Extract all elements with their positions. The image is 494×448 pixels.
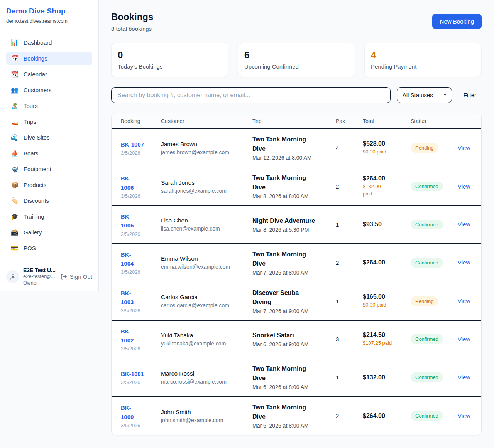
- table-row: BK- 1002 3/5/2026 Yuki Tanaka yuki.tanak…: [112, 320, 481, 358]
- trip-name: Discover Scuba Diving: [252, 288, 323, 307]
- sidebar-item-equipment[interactable]: 🤿Equipment: [6, 162, 92, 176]
- table-header-row: Booking Customer Trip Pax Total Status: [112, 113, 481, 129]
- status-select-wrap: All Statuses: [397, 87, 452, 103]
- trip-cell: Two Tank Morning Dive Mar 6, 2026 at 8:0…: [246, 397, 330, 435]
- sidebar-item-dashboard[interactable]: 📊Dashboard: [6, 36, 92, 49]
- view-link[interactable]: View: [458, 374, 470, 381]
- booking-id-link[interactable]: BK- 1005: [121, 212, 134, 230]
- page-title: Bookings: [111, 12, 153, 22]
- status-select[interactable]: All Statuses: [397, 87, 452, 103]
- sidebar-item-gallery[interactable]: 📸Gallery: [6, 226, 92, 239]
- view-link[interactable]: View: [458, 298, 470, 304]
- sidebar-item-trips[interactable]: 🚤Trips: [6, 115, 92, 128]
- total-amount: $214.50: [363, 332, 398, 339]
- view-link[interactable]: View: [458, 413, 470, 419]
- sidebar-item-boats[interactable]: ⛵Boats: [6, 147, 92, 160]
- table-row: BK-1007 3/5/2026 James Brown james.brown…: [112, 129, 481, 167]
- customer-email: sarah.jones@example.com: [161, 188, 240, 194]
- sidebar-item-label: Equipment: [24, 166, 51, 172]
- user-name: E2E Test U...: [23, 267, 56, 273]
- sidebar-item-discounts[interactable]: 🏷️Discounts: [6, 194, 92, 207]
- view-link[interactable]: View: [458, 183, 470, 190]
- column-header-action: [452, 113, 481, 129]
- total-amount: $165.00: [363, 293, 398, 300]
- filter-button[interactable]: Filter: [458, 89, 482, 101]
- booking-id-link[interactable]: BK- 1002: [121, 327, 134, 345]
- action-cell: View: [452, 243, 481, 282]
- credit-card-icon: 💳: [11, 244, 19, 252]
- trip-cell: Discover Scuba Diving Mar 7, 2026 at 9:0…: [246, 282, 330, 320]
- status-cell: Pending: [404, 129, 452, 167]
- booking-cell: BK- 1000 3/5/2026: [112, 397, 155, 435]
- customer-cell: Yuki Tanaka yuki.tanaka@example.com: [155, 320, 246, 358]
- table-row: BK- 1006 3/5/2026 Sarah Jones sarah.jone…: [112, 167, 481, 206]
- total-cell: $264.00: [357, 243, 404, 282]
- total-amount: $132.00: [363, 374, 398, 381]
- sidebar-item-dive-sites[interactable]: 🌊Dive Sites: [6, 131, 92, 144]
- shop-domain: demo.test.divestreams.com: [6, 18, 92, 24]
- trip-datetime: Mar 8, 2026 at 8:00 AM: [252, 193, 323, 199]
- logout-icon: [61, 273, 67, 280]
- booking-cell: BK- 1002 3/5/2026: [112, 320, 155, 358]
- pax-cell: 3: [330, 320, 357, 358]
- booking-cell: BK- 1004 3/5/2026: [112, 243, 155, 282]
- total-cell: $214.50 $107.25 paid: [357, 320, 404, 358]
- page-title-block: Bookings 8 total bookings: [111, 12, 153, 32]
- total-cell: $93.50: [357, 206, 404, 244]
- total-cell: $528.00 $0.00 paid: [357, 129, 404, 167]
- booking-id-link[interactable]: BK-1001: [121, 369, 144, 378]
- trip-cell: Two Tank Morning Dive Mar 12, 2026 at 8:…: [246, 129, 330, 167]
- table-row: BK- 1004 3/5/2026 Emma Wilson emma.wilso…: [112, 243, 481, 282]
- action-cell: View: [452, 206, 481, 244]
- search-input[interactable]: [111, 87, 391, 103]
- pax-cell: 2: [330, 397, 357, 435]
- new-booking-button[interactable]: New Booking: [432, 14, 482, 29]
- booking-id-link[interactable]: BK- 1000: [121, 403, 134, 421]
- pax-cell: 4: [330, 129, 357, 167]
- status-badge: Confirmed: [411, 220, 443, 229]
- stats-row: 0 Today's Bookings 6 Upcoming Confirmed …: [111, 43, 482, 77]
- status-badge: Pending: [411, 143, 438, 153]
- view-link[interactable]: View: [458, 259, 470, 266]
- stat-label: Upcoming Confirmed: [244, 63, 349, 70]
- sidebar-item-products[interactable]: 📦Products: [6, 178, 92, 192]
- booking-id-link[interactable]: BK-1007: [121, 140, 144, 149]
- paid-amount: $107.25 paid: [363, 340, 398, 347]
- island-icon: 🏝️: [11, 102, 19, 109]
- trip-datetime: Mar 7, 2026 at 9:00 AM: [252, 308, 323, 314]
- sidebar-nav: 📊Dashboard📅Bookings📆Calendar👥Customers🏝️…: [0, 30, 98, 262]
- sidebar-item-bookings[interactable]: 📅Bookings: [6, 52, 92, 65]
- sidebar-item-label: Bookings: [24, 55, 47, 62]
- booking-id-link[interactable]: BK- 1006: [121, 174, 134, 192]
- view-link[interactable]: View: [458, 336, 470, 342]
- sidebar-item-label: Training: [24, 213, 44, 220]
- sidebar-item-calendar[interactable]: 📆Calendar: [6, 67, 92, 81]
- booking-id-link[interactable]: BK- 1003: [121, 289, 134, 307]
- booking-cell: BK- 1005 3/5/2026: [112, 206, 155, 244]
- diving-mask-icon: 🤿: [11, 165, 19, 173]
- sidebar-item-label: Boats: [24, 150, 38, 157]
- booking-cell: BK-1001 3/5/2026: [112, 358, 155, 397]
- status-badge: Confirmed: [411, 411, 443, 421]
- sidebar-item-label: Gallery: [24, 229, 42, 236]
- trip-datetime: Mar 12, 2026 at 8:00 AM: [252, 155, 323, 161]
- pax-cell: 1: [330, 282, 357, 320]
- trip-name: Two Tank Morning Dive: [252, 364, 323, 383]
- customer-email: marco.rossi@example.com: [161, 379, 240, 385]
- sidebar-item-pos[interactable]: 💳POS: [6, 241, 92, 255]
- booking-cell: BK- 1003 3/5/2026: [112, 282, 155, 320]
- customer-cell: James Brown james.brown@example.com: [155, 129, 246, 167]
- view-link[interactable]: View: [458, 221, 470, 227]
- trip-cell: Snorkel Safari Mar 6, 2026 at 9:00 AM: [246, 320, 330, 358]
- sidebar-item-tours[interactable]: 🏝️Tours: [6, 99, 92, 113]
- sign-out-button[interactable]: Sign Out: [61, 273, 92, 280]
- booking-date: 3/5/2026: [121, 269, 149, 275]
- column-header-customer: Customer: [155, 113, 246, 129]
- booking-id-link[interactable]: BK- 1004: [121, 250, 134, 268]
- customer-name: Lisa Chen: [161, 217, 240, 224]
- action-cell: View: [452, 358, 481, 397]
- view-link[interactable]: View: [458, 145, 470, 151]
- sidebar-item-customers[interactable]: 👥Customers: [6, 83, 92, 97]
- pax-cell: 2: [330, 243, 357, 282]
- sidebar-item-training[interactable]: 🎓Training: [6, 210, 92, 223]
